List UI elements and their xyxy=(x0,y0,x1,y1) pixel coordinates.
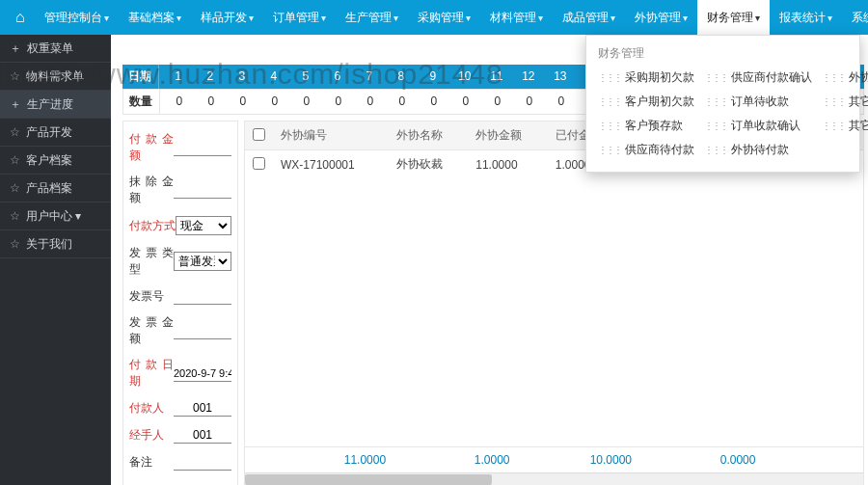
sidebar-item-label: 权重菜单 xyxy=(27,41,73,55)
form-input[interactable] xyxy=(174,364,231,382)
count-cell: 0 xyxy=(513,91,545,112)
sidebar-item-label: 关于我们 xyxy=(26,237,72,251)
sidebar-item-prod-progress[interactable]: 生产进度 xyxy=(0,91,111,119)
form-input[interactable] xyxy=(174,426,231,444)
day-cell[interactable]: 11 xyxy=(480,66,512,87)
sidebar-item-product-dev[interactable]: 产品开发 xyxy=(0,119,111,147)
day-cell[interactable]: 6 xyxy=(321,66,353,87)
dropdown-item[interactable]: 供应商待付款 xyxy=(598,142,694,158)
form-input[interactable] xyxy=(174,399,231,417)
dropdown-item[interactable]: 采购期初欠款 xyxy=(598,69,694,86)
day-cell[interactable]: 8 xyxy=(385,66,417,87)
sidebar-item-product-file[interactable]: 产品档案 xyxy=(0,175,111,202)
sidebar-item-label: 产品开发 xyxy=(26,125,72,139)
col-name[interactable]: 外协名称 xyxy=(389,121,469,150)
daybar-count-label: 数量 xyxy=(123,90,160,114)
dropdown-title: 财务管理 xyxy=(598,45,848,62)
sidebar-item-weight[interactable]: 权重菜单 xyxy=(0,35,111,63)
cell-code: WX-17100001 xyxy=(273,150,389,179)
form-label: 备注 xyxy=(129,454,174,471)
nav-report[interactable]: 报表统计 xyxy=(770,0,842,35)
row-checkbox[interactable] xyxy=(253,157,265,170)
count-cell: 0 xyxy=(195,91,227,112)
day-cell[interactable]: 9 xyxy=(417,66,448,87)
nav-console[interactable]: 管理控制台 xyxy=(35,0,119,35)
form-label: 发票类型 xyxy=(129,245,174,278)
table-footer: 11.0000 1.0000 10.0000 0.0000 xyxy=(245,447,863,473)
day-cell[interactable]: 13 xyxy=(544,66,576,87)
scrollbar-thumb[interactable] xyxy=(245,474,492,485)
col-amount[interactable]: 外协金额 xyxy=(468,121,548,150)
count-cell: 0 xyxy=(418,91,449,112)
form-input[interactable] xyxy=(174,139,231,156)
finance-dropdown: 财务管理 采购期初欠款供应商付款确认外协付款确认客户期初欠款订单待收款其它收入客… xyxy=(585,35,860,173)
day-cell[interactable]: 12 xyxy=(512,66,544,87)
foot-extra1: 10.0000 xyxy=(583,447,713,473)
sidebar-item-label: 生产进度 xyxy=(27,97,73,111)
form-input[interactable] xyxy=(174,287,231,305)
day-cell[interactable]: 4 xyxy=(258,66,289,87)
nav-material[interactable]: 材料管理 xyxy=(480,0,553,35)
foot-extra2: 0.0000 xyxy=(713,447,828,473)
nav-base[interactable]: 基础档案 xyxy=(119,0,191,35)
nav-prod[interactable]: 生产管理 xyxy=(336,0,408,35)
dropdown-item[interactable]: 其它支出 xyxy=(822,118,868,134)
form-label: 抹除金额 xyxy=(129,174,174,206)
count-cell: 0 xyxy=(322,91,354,112)
sidebar-item-label: 产品档案 xyxy=(26,181,72,195)
dropdown-item[interactable]: 订单收款确认 xyxy=(704,118,812,134)
day-cell[interactable]: 3 xyxy=(226,66,258,87)
nav-finance[interactable]: 财务管理 xyxy=(697,0,770,35)
day-cell[interactable]: 5 xyxy=(289,66,321,87)
dropdown-item[interactable]: 客户期初欠款 xyxy=(598,94,694,110)
sidebar: 权重菜单 物料需求单 生产进度 产品开发 客户档案 产品档案 用户中心 ▾ 关于… xyxy=(0,35,111,485)
home-icon[interactable]: ⌂ xyxy=(6,9,35,26)
form-input[interactable] xyxy=(174,181,231,199)
nav-finished[interactable]: 成品管理 xyxy=(553,0,625,35)
form-input[interactable] xyxy=(174,322,231,339)
select-all-checkbox[interactable] xyxy=(253,128,265,141)
cell-amount: 11.0000 xyxy=(468,150,548,179)
top-nav: ⌂ 管理控制台 基础档案 样品开发 订单管理 生产管理 采购管理 材料管理 成品… xyxy=(0,0,868,35)
form-label: 付款方式 xyxy=(129,218,176,234)
form-label: 经手人 xyxy=(129,427,174,444)
form-input[interactable]: 普通发票 xyxy=(174,252,231,271)
nav-purchase[interactable]: 采购管理 xyxy=(408,0,480,35)
col-code[interactable]: 外协编号 xyxy=(273,121,389,150)
cell-name: 外协砍裁 xyxy=(389,150,469,179)
form-label: 付款日期 xyxy=(129,357,174,390)
form-input[interactable] xyxy=(174,453,231,471)
dropdown-item[interactable]: 外协付款确认 xyxy=(822,69,868,86)
foot-paid: 1.0000 xyxy=(467,447,583,473)
horizontal-scrollbar[interactable] xyxy=(245,472,863,485)
count-cell: 0 xyxy=(354,91,386,112)
day-cell[interactable]: 2 xyxy=(194,66,226,87)
count-cell: 0 xyxy=(545,91,577,112)
dropdown-item[interactable]: 外协待付款 xyxy=(704,142,812,158)
nav-order[interactable]: 订单管理 xyxy=(263,0,336,35)
dropdown-item[interactable]: 订单待收款 xyxy=(704,94,812,110)
count-cell: 0 xyxy=(481,91,513,112)
day-cell[interactable]: 7 xyxy=(353,66,385,87)
count-cell: 0 xyxy=(449,91,481,112)
form-label: 发票金额 xyxy=(129,314,174,347)
nav-system[interactable]: 系统管理 xyxy=(842,0,868,35)
dropdown-item[interactable]: 客户预存款 xyxy=(598,118,694,134)
sidebar-item-label: 物料需求单 xyxy=(26,69,84,83)
data-table-pane: 外协编号 外协名称 外协金额 已付金额 WX-17100001 外协砍裁 11.… xyxy=(244,121,864,485)
dropdown-item[interactable]: 其它收入 xyxy=(822,94,868,110)
sidebar-item-user-center[interactable]: 用户中心 ▾ xyxy=(0,202,111,230)
day-cell[interactable]: 10 xyxy=(448,66,480,87)
sidebar-item-about[interactable]: 关于我们 xyxy=(0,230,111,258)
day-cell[interactable]: 1 xyxy=(162,66,194,87)
daybar-date-label: 日期 xyxy=(122,65,159,89)
chevron-down-icon: ▾ xyxy=(75,209,81,223)
form-label: 发票号 xyxy=(129,288,174,305)
count-cell: 0 xyxy=(227,91,258,112)
sidebar-item-customer[interactable]: 客户档案 xyxy=(0,147,111,175)
form-input[interactable]: 现金 xyxy=(176,216,231,235)
nav-sample[interactable]: 样品开发 xyxy=(191,0,263,35)
sidebar-item-material-req[interactable]: 物料需求单 xyxy=(0,63,111,91)
nav-outsource[interactable]: 外协管理 xyxy=(625,0,697,35)
dropdown-item[interactable]: 供应商付款确认 xyxy=(704,69,812,86)
